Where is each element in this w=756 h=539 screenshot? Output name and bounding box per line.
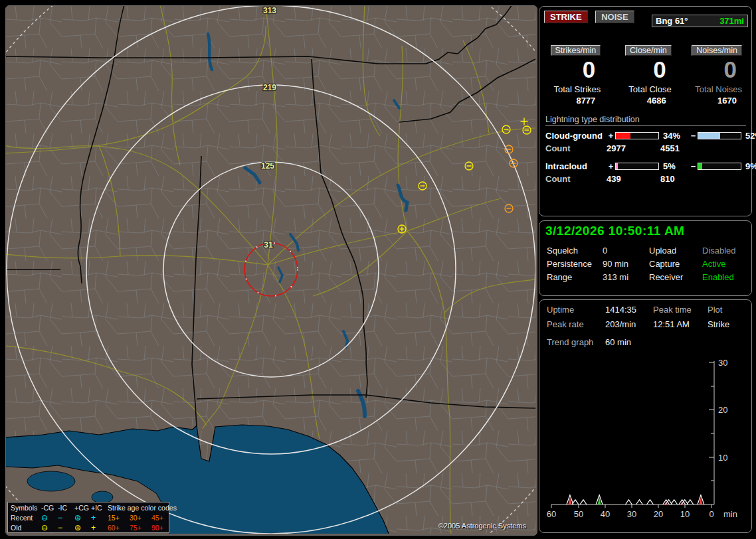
cg-positive-pct: 34%: [660, 131, 689, 141]
peak-time-label: Peak time: [653, 305, 708, 315]
bearing-distance: 371mi: [719, 16, 744, 26]
total-strikes-label: Total Strikes: [539, 84, 610, 94]
noise-mode-button[interactable]: NOISE: [595, 11, 634, 23]
plus-sign: +: [607, 161, 615, 171]
status-row: Persistence 90 min Capture Active: [547, 259, 751, 269]
uptime-row: Uptime 1414:35 Peak time Plot: [547, 305, 751, 315]
trend-graph: 30 20 10 60 50 40 30 20 10 0 min: [543, 357, 749, 527]
x-tick-40: 40: [601, 509, 610, 519]
persistence-value: 90 min: [603, 259, 649, 269]
bearing-display: Bng 61° 371mi: [652, 15, 748, 27]
cg-positive-bar: [615, 132, 659, 139]
legend-header-symbols: Symbols: [11, 504, 41, 512]
capture-label: Capture: [649, 259, 702, 269]
cloud-ground-count-row: Count 2977 4551: [545, 143, 751, 153]
old-pos-ic-icon: +: [91, 524, 108, 531]
range-label: Range: [547, 272, 603, 282]
total-close-label: Total Close: [610, 84, 680, 94]
recent-pos-cg-icon: ⊕: [74, 514, 91, 521]
map-legend: Symbols -CG -IC +CG +IC Strike age color…: [7, 502, 169, 533]
persistence-label: Persistence: [547, 259, 603, 269]
lightning-map[interactable]: 31 125 219 313 Symbols -CG -IC +CG +IC S…: [5, 5, 537, 536]
cloud-ground-label: Cloud-ground: [545, 131, 607, 141]
legend-header-pos-cg: +CG: [74, 504, 91, 512]
x-tick-0: 0: [709, 509, 713, 519]
trend-window-value: 60 min: [605, 337, 653, 347]
cloud-ground-row: Cloud-ground + 34% − 52%: [545, 131, 751, 141]
minus-sign: −: [689, 131, 698, 141]
recent-neg-ic-icon: −: [58, 514, 74, 521]
datetime-display: 3/12/2026 10:50:11 AM: [545, 224, 751, 238]
trend-graph-label: Trend graph: [547, 337, 605, 347]
ic-positive-bar: [615, 163, 659, 170]
bearing-label: Bng 61°: [656, 16, 688, 26]
x-tick-30: 30: [627, 509, 636, 519]
legend-header-neg-cg: -CG: [41, 504, 58, 512]
uptime-value: 1414:35: [605, 305, 653, 315]
old-pos-cg-icon: ⊕: [74, 524, 91, 531]
count-label: Count: [545, 174, 607, 184]
x-tick-50: 50: [574, 509, 583, 519]
trend-window-row: Trend graph 60 min: [547, 337, 751, 347]
x-tick-60: 60: [547, 509, 556, 519]
receiver-status: Enabled: [702, 272, 751, 282]
status-panel: 3/12/2026 10:50:11 AM Squelch 0 Upload D…: [539, 220, 752, 296]
upload-status: Disabled: [702, 246, 751, 256]
ic-negative-bar: [698, 163, 741, 170]
total-noises-label: Total Noises: [681, 84, 751, 94]
plot-value: Strike: [708, 319, 751, 329]
intracloud-label: Intracloud: [545, 161, 607, 171]
map-canvas: 31 125 219 313: [6, 6, 535, 534]
close-per-min-button[interactable]: Close/min: [625, 45, 672, 56]
cg-negative-bar: [698, 132, 741, 139]
legend-header-pos-ic: +IC: [91, 504, 108, 512]
recent-neg-cg-icon: ⊖: [41, 514, 58, 521]
status-row: Range 313 mi Receiver Enabled: [547, 272, 751, 282]
recent-pos-ic-icon: +: [91, 514, 108, 521]
total-close-value: 4686: [610, 96, 680, 106]
squelch-value: 0: [603, 246, 649, 256]
cg-positive-count: 2977: [607, 143, 660, 153]
trend-peaks: [567, 495, 704, 504]
uptime-label: Uptime: [547, 305, 605, 315]
total-noises-value: 1670: [681, 96, 751, 106]
upload-label: Upload: [649, 246, 702, 256]
age-code-75: 75+: [130, 524, 151, 532]
receiver-label: Receiver: [649, 272, 702, 282]
ring-label-31: 31: [264, 240, 273, 250]
plot-label: Plot: [708, 305, 751, 315]
strike-mode-button[interactable]: STRIKE: [544, 11, 588, 23]
noises-per-min-button[interactable]: Noises/min: [692, 45, 742, 56]
x-axis-unit: min: [723, 509, 737, 519]
minus-sign: −: [689, 161, 698, 171]
y-tick-30: 30: [718, 358, 727, 368]
y-tick-20: 20: [718, 405, 727, 415]
strike-counters-panel: STRIKE NOISE Bng 61° 371mi Strikes/min C…: [539, 6, 752, 216]
old-neg-cg-icon: ⊖: [41, 524, 58, 531]
age-code-45: 45+: [151, 514, 173, 522]
trend-panel: Uptime 1414:35 Peak time Plot Peak rate …: [539, 299, 752, 533]
age-code-15: 15+: [108, 514, 130, 522]
peak-rate-row: Peak rate 203/min 12:51 AM Strike: [547, 319, 751, 329]
peak-rate-value: 203/min: [605, 319, 653, 329]
count-label: Count: [545, 143, 607, 153]
total-strikes-value: 8777: [539, 96, 610, 106]
intracloud-count-row: Count 439 810: [545, 174, 751, 184]
legend-row-recent-label: Recent: [11, 514, 41, 522]
capture-status: Active: [702, 259, 751, 269]
peak-rate-label: Peak rate: [547, 319, 605, 329]
squelch-label: Squelch: [547, 246, 603, 256]
legend-row-old-label: Old: [11, 524, 41, 532]
strikes-per-min-button[interactable]: Strikes/min: [551, 45, 601, 56]
x-tick-20: 20: [654, 509, 663, 519]
ic-negative-pct: 9%: [743, 161, 756, 171]
noises-per-min-value: 0: [681, 58, 751, 81]
distribution-title: Lightning type distribution: [545, 115, 746, 126]
age-code-90: 90+: [151, 524, 173, 532]
ic-positive-count: 439: [607, 174, 660, 184]
close-per-min-value: 0: [610, 58, 680, 81]
ic-negative-count: 810: [660, 174, 714, 184]
copyright-text: ©2005 Astrogenic Systems: [438, 522, 526, 530]
intracloud-row: Intracloud + 5% − 9%: [545, 161, 751, 171]
plus-sign: +: [607, 131, 615, 141]
